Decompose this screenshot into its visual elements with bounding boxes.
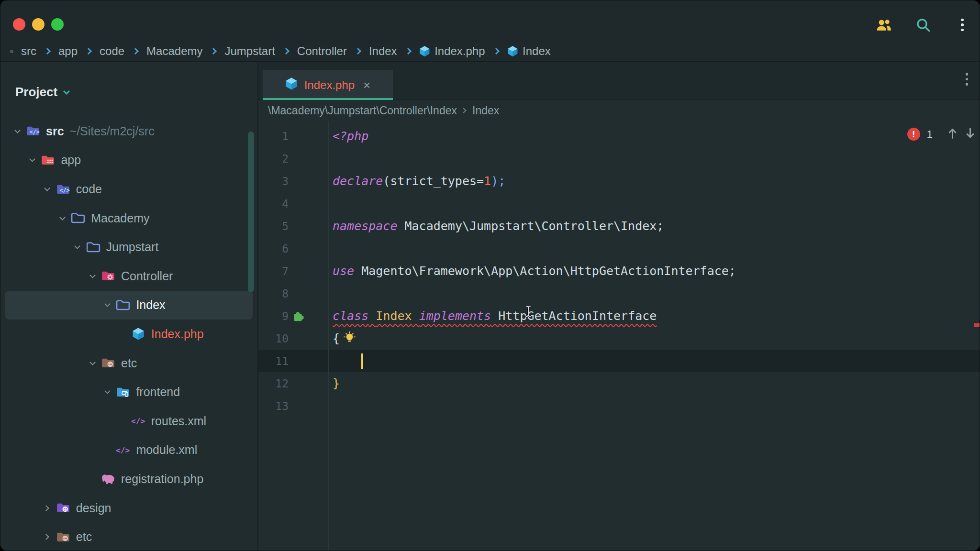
chevron-down-icon[interactable] <box>25 154 39 167</box>
close-button[interactable] <box>13 18 25 31</box>
chevron-down-icon[interactable] <box>86 269 99 283</box>
minimize-button[interactable] <box>32 18 45 31</box>
project-tree: </>src~/Sites/m2cj/srcapp</>codeMacademy… <box>0 117 257 551</box>
tree-item-jumpstart[interactable]: Jumpstart <box>5 232 253 262</box>
chevron-down-icon[interactable] <box>11 124 24 138</box>
php-class-icon <box>419 45 430 57</box>
line-number[interactable]: 7 <box>258 265 289 277</box>
breadcrumb-item-app[interactable]: app <box>58 44 78 58</box>
breadcrumb-item-src[interactable]: src <box>21 44 36 58</box>
tree-item-registration-php[interactable]: registration.php <box>5 464 253 494</box>
line-number[interactable]: 12 <box>258 377 289 390</box>
indent-spacer <box>116 327 129 341</box>
project-panel-header[interactable]: Project <box>15 85 69 99</box>
svg-text:</>: </> <box>131 417 145 426</box>
breadcrumb-item-macademy[interactable]: Macademy <box>146 44 202 58</box>
tree-item-app[interactable]: app <box>5 146 253 175</box>
tree-item-label: design <box>76 501 111 515</box>
tree-item-controller[interactable]: Controller <box>5 262 253 291</box>
breadcrumb-label: Jumpstart <box>224 44 275 58</box>
error-badge-icon[interactable]: ! <box>907 128 920 141</box>
chevron-down-icon[interactable] <box>41 182 54 196</box>
line-number[interactable]: 10 <box>258 332 289 345</box>
implemented-marker-icon[interactable] <box>289 309 333 322</box>
editor-options-icon[interactable] <box>966 73 969 86</box>
tree-item-module-xml[interactable]: </>module.xml <box>5 436 253 465</box>
breadcrumb-item-index[interactable]: Index <box>369 44 397 58</box>
inspections-widget: ! 1 <box>907 127 976 141</box>
breadcrumb-label: Index <box>369 44 397 58</box>
code-text <box>333 353 363 369</box>
folder-sources-icon: </> <box>25 125 41 137</box>
search-icon[interactable] <box>913 17 933 33</box>
line-number[interactable]: 13 <box>258 400 289 412</box>
tree-item-src[interactable]: </>src~/Sites/m2cj/src <box>5 117 253 146</box>
code-line-1: 1<?php <box>258 125 980 147</box>
token <box>412 309 419 323</box>
breadcrumb-item-jumpstart[interactable]: Jumpstart <box>224 44 275 58</box>
breadcrumb-item-controller[interactable]: Controller <box>297 44 347 58</box>
breadcrumb-item-code[interactable]: code <box>100 44 124 58</box>
line-number[interactable]: 4 <box>258 198 289 210</box>
xml-icon: </> <box>115 443 131 457</box>
breadcrumb-label: code <box>100 44 124 58</box>
tree-item-code[interactable]: </>code <box>5 175 253 204</box>
chevron-right-icon <box>355 48 361 55</box>
next-error-arrow-icon[interactable] <box>965 127 976 141</box>
line-number[interactable]: 2 <box>258 153 289 165</box>
editor-breadcrumbs: \Macademy\Jumpstart\Controller\Index Ind… <box>258 100 980 121</box>
chevron-down-icon[interactable] <box>86 356 99 370</box>
chevron-down-icon[interactable] <box>100 386 114 399</box>
tab-close-icon[interactable]: × <box>363 78 370 93</box>
token: HttpGetActionInterface <box>491 309 657 323</box>
tree-item-routes-xml[interactable]: </>routes.xml <box>5 407 253 436</box>
line-number[interactable]: 9 <box>258 310 289 322</box>
previous-error-arrow-icon[interactable] <box>947 127 958 141</box>
tree-item-label: routes.xml <box>151 414 206 428</box>
editor-tabbar: Index.php × <box>258 62 980 100</box>
line-number[interactable]: 1 <box>258 130 289 143</box>
sidebar-scrollbar[interactable] <box>248 132 254 292</box>
error-stripe-mark[interactable] <box>974 323 980 327</box>
line-number[interactable]: 11 <box>258 355 289 367</box>
tree-item-design[interactable]: design <box>5 494 253 523</box>
tree-item-index[interactable]: Index <box>5 291 253 320</box>
tree-item-label: src <box>46 124 64 138</box>
tree-item-etc[interactable]: etc <box>5 522 253 551</box>
tree-item-etc[interactable]: etc <box>5 349 253 378</box>
mouse-cursor <box>524 305 532 320</box>
tree-item-frontend[interactable]: frontend <box>5 377 253 407</box>
breadcrumb-item-index[interactable]: Index <box>507 44 551 58</box>
chevron-down-icon[interactable] <box>100 298 114 312</box>
code-line-6: 6 <box>258 237 980 260</box>
project-panel-title: Project <box>15 85 57 99</box>
line-number[interactable]: 8 <box>258 287 289 300</box>
chevron-right-icon[interactable] <box>41 501 54 515</box>
project-panel: Project </>src~/Sites/m2cj/srcapp</>code… <box>0 62 257 551</box>
code-line-13: 13 <box>258 395 980 417</box>
tab-index-php[interactable]: Index.php × <box>263 70 393 100</box>
more-menu-icon[interactable] <box>953 17 972 33</box>
line-number[interactable]: 3 <box>258 175 289 187</box>
code-area[interactable]: 1<?php23declare(strict_types=1);45namesp… <box>258 121 980 551</box>
tree-item-index-php[interactable]: Index.php <box>5 320 253 349</box>
chevron-right-icon[interactable] <box>41 530 54 544</box>
php-class-icon <box>285 77 298 93</box>
tree-item-label: Index <box>136 298 165 312</box>
breadcrumb-item-index-php[interactable]: Index.php <box>419 44 485 58</box>
php-icon <box>100 473 116 485</box>
tree-item-macademy[interactable]: Macademy <box>5 204 253 233</box>
zoom-button[interactable] <box>51 18 64 31</box>
intention-bulb-icon[interactable] <box>344 331 356 346</box>
users-icon[interactable] <box>874 17 893 33</box>
breadcrumb-namespace[interactable]: \Macademy\Jumpstart\Controller\Index <box>268 104 457 117</box>
breadcrumb-label: Index <box>523 44 551 58</box>
code-line-7: 7use Magento\Framework\App\Action\HttpGe… <box>258 260 980 282</box>
line-number[interactable]: 5 <box>258 220 289 232</box>
chevron-down-icon[interactable] <box>56 211 69 225</box>
tree-item-label: etc <box>76 530 92 544</box>
breadcrumb-element[interactable]: Index <box>472 104 499 117</box>
chevron-right-icon <box>405 48 412 55</box>
chevron-down-icon[interactable] <box>71 241 84 254</box>
line-number[interactable]: 6 <box>258 242 289 255</box>
